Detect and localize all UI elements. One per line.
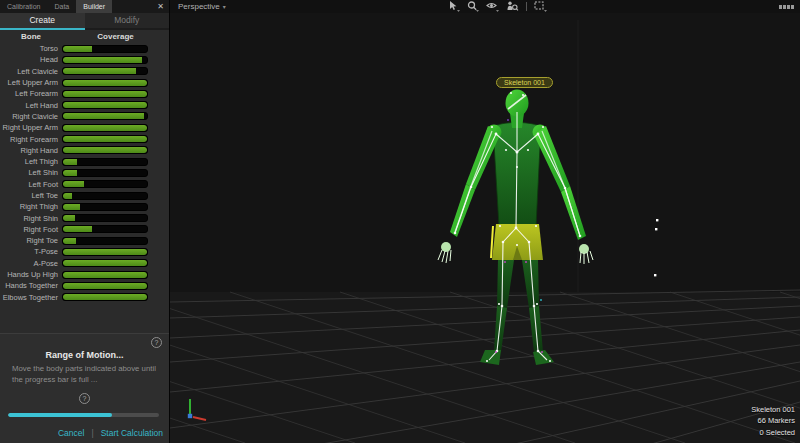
viewport-status: Skeleton 001 66 Markers 0 Selected [751,404,795,439]
tab-data[interactable]: Data [47,0,76,13]
rom-title: Range of Motion... [0,350,169,360]
builder-panel: Calibration Data Builder ✕ Create Modify… [0,0,170,443]
close-icon[interactable]: ✕ [152,0,169,13]
bone-label: Right Upper Arm [0,123,62,132]
status-marker-count: 66 Markers [751,415,795,427]
bone-label: Right Foot [0,225,62,234]
bone-label: Left Shin [0,168,62,177]
tab-modify[interactable]: Modify [85,13,170,30]
bone-row[interactable]: Left Toe [0,190,169,201]
bone-label: Right Toe [0,236,62,245]
coverage-bar-fill [63,181,84,187]
bone-label: A-Pose [0,259,62,268]
coverage-bar-fill [63,159,77,165]
coverage-bar-track [62,90,148,98]
rom-progress-fill [8,413,112,417]
range-of-motion-section: ? Range of Motion... Move the body parts… [0,333,169,443]
tab-builder[interactable]: Builder [76,0,112,13]
bone-row[interactable]: Right Foot [0,224,169,235]
coverage-bar-track [62,124,148,132]
coverage-bar-track [62,225,148,233]
bone-label: Right Hand [0,146,62,155]
coverage-bar-fill [63,136,147,142]
bone-row[interactable]: Right Thigh [0,201,169,212]
coverage-bar-track [62,79,148,87]
bone-label: Torso [0,44,62,53]
chevron-down-icon: ▾ [223,3,226,10]
tab-create[interactable]: Create [0,13,85,30]
bone-row[interactable]: Right Hand [0,145,169,156]
bone-row[interactable]: Elbows Together [0,292,169,303]
magnifier-icon[interactable] [467,1,479,12]
viewport-toolbar: Perspective ▾ [170,0,800,13]
rom-actions: Cancel | Start Calculation [58,428,163,438]
view-selector-dropdown[interactable]: Perspective ▾ [170,2,226,11]
bone-row[interactable]: Right Clavicle [0,111,169,122]
bone-label: Hands Up High [0,270,62,279]
bone-label: Right Thigh [0,202,62,211]
panel-tab-bar: Calibration Data Builder ✕ [0,0,169,13]
coverage-bar-track [62,112,148,120]
person-search-icon[interactable] [506,1,519,12]
bone-row[interactable]: Torso [0,43,169,54]
viewport-3d[interactable]: Perspective ▾ [170,0,800,443]
coverage-bar-track [62,248,148,256]
coverage-bar-track [62,237,148,245]
coverage-bar-track [62,271,148,279]
marquee-select-icon[interactable] [534,1,547,12]
coverage-bar-fill [63,68,136,74]
help-icon[interactable]: ? [79,393,90,404]
coverage-bar-track [62,101,148,109]
bone-row[interactable]: Right Forearm [0,133,169,144]
bone-row[interactable]: T-Pose [0,246,169,257]
skeleton-name-badge[interactable]: Skeleton 001 [496,77,553,88]
coverage-bar-fill [63,283,147,289]
bone-row[interactable]: Left Clavicle [0,66,169,77]
coverage-bar-fill [63,294,147,300]
bone-label: Left Upper Arm [0,78,62,87]
bone-label: Elbows Together [0,293,62,302]
start-calculation-button[interactable]: Start Calculation [101,428,163,438]
bone-label: Right Shin [0,214,62,223]
axis-gizmo-icon [188,399,206,420]
bone-row[interactable]: Left Upper Arm [0,77,169,88]
coverage-bar-fill [63,80,147,86]
bone-row[interactable]: Left Hand [0,99,169,110]
skeleton-figure[interactable] [170,0,800,443]
status-selected-count: 0 Selected [751,427,795,439]
bone-row[interactable]: Right Upper Arm [0,122,169,133]
help-icon[interactable]: ? [151,337,162,348]
bone-row[interactable]: Left Thigh [0,156,169,167]
bone-label: T-Pose [0,247,62,256]
tab-calibration[interactable]: Calibration [0,0,47,13]
status-skeleton-name: Skeleton 001 [751,404,795,416]
bone-row[interactable]: Right Toe [0,235,169,246]
bone-row[interactable]: Head [0,54,169,65]
bone-row[interactable]: Left Shin [0,167,169,178]
select-cursor-icon[interactable] [448,1,460,12]
bone-row[interactable]: Hands Together [0,280,169,291]
cancel-button[interactable]: Cancel [58,428,84,438]
bone-label: Left Foot [0,180,62,189]
coverage-bar-track [62,169,148,177]
bone-row[interactable]: Right Shin [0,212,169,223]
bone-label: Right Clavicle [0,112,62,121]
view-selector-label: Perspective [178,2,220,11]
eye-icon[interactable] [486,1,499,12]
coverage-bar-fill [63,215,75,221]
bone-row[interactable]: Hands Up High [0,269,169,280]
bone-label: Head [0,55,62,64]
bone-row[interactable]: A-Pose [0,258,169,269]
coverage-bar-track [62,146,148,154]
bone-list: TorsoHeadLeft ClavicleLeft Upper ArmLeft… [0,43,169,303]
bone-label: Left Clavicle [0,67,62,76]
bone-label: Hands Together [0,281,62,290]
bone-row[interactable]: Left Forearm [0,88,169,99]
bone-row[interactable]: Left Foot [0,179,169,190]
coverage-bar-track [62,203,148,211]
bone-label: Left Hand [0,101,62,110]
column-header-bone: Bone [0,32,62,41]
viewport-layout-grip-icon[interactable] [779,5,794,9]
coverage-bar-track [62,158,148,166]
coverage-bar-fill [63,46,92,52]
